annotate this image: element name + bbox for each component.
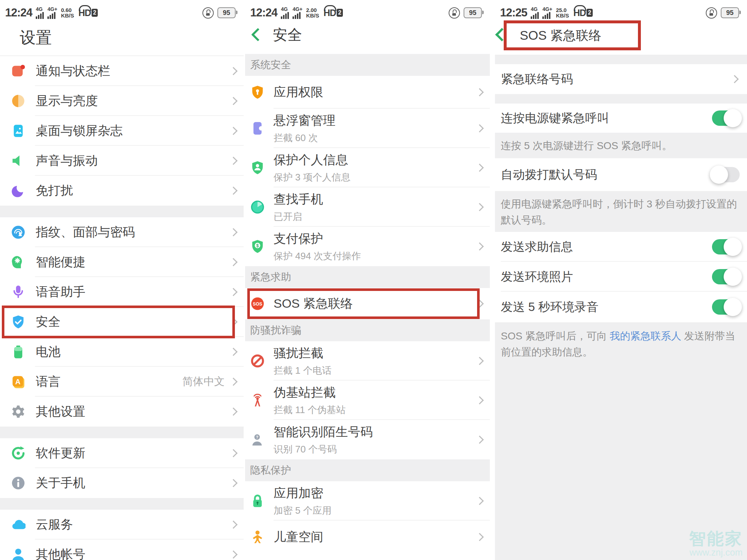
chevron-right-icon: [476, 300, 484, 308]
send-photo-toggle[interactable]: [712, 269, 740, 284]
security-item[interactable]: SOS SOS 紧急联络: [245, 288, 490, 319]
network-speed: 25.0KB/S: [556, 7, 569, 18]
settings-item[interactable]: 智能便捷: [0, 247, 244, 277]
block-icon: [250, 354, 265, 368]
security-item[interactable]: 骚扰拦截 拦截 1 个电话: [245, 341, 490, 381]
settings-item[interactable]: 桌面与锁屏杂志: [0, 116, 244, 146]
applock-icon: [250, 494, 265, 508]
status-time: 12:25: [500, 6, 527, 19]
footer-note: SOS 紧急呼叫后，可向 我的紧急联系人 发送附带当前位置的求助信息。 智能家 …: [495, 322, 747, 560]
settings-item[interactable]: 显示与亮度: [0, 86, 244, 116]
account-icon: [11, 547, 26, 560]
settings-item[interactable]: 语音助手: [0, 277, 244, 307]
security-icon: [11, 315, 26, 329]
svg-text:SOS: SOS: [253, 302, 262, 307]
signal-4gplus-icon: 4G+: [293, 7, 302, 19]
send-help-toggle[interactable]: [712, 239, 740, 254]
chevron-right-icon: [476, 533, 484, 541]
section-items: 应用权限 悬浮窗管理 拦截 60 次: [245, 76, 490, 266]
send-audio-row[interactable]: 发送 5 秒环境录音: [495, 292, 747, 322]
security-item[interactable]: 保护个人信息 保护 3 项个人信息: [245, 148, 490, 187]
helper-text: 连按 5 次电源键进行 SOS 紧急呼叫。: [495, 133, 747, 158]
security-item[interactable]: ? 智能识别陌生号码 识别 70 个号码: [245, 420, 490, 459]
rotation-lock-icon: [202, 7, 214, 19]
security-item[interactable]: 查找手机 已开启: [245, 187, 490, 227]
send-audio-toggle[interactable]: [712, 299, 740, 315]
section-header: 防骚扰诈骗: [245, 319, 490, 341]
update-icon: [11, 446, 26, 460]
settings-item[interactable]: 云服务: [0, 510, 244, 540]
security-item[interactable]: 儿童空间: [245, 521, 490, 553]
emergency-number-row[interactable]: 紧急联络号码: [495, 64, 747, 94]
section-divider: [0, 427, 244, 438]
network-speed: 0.60KB/S: [61, 7, 74, 18]
chevron-right-icon: [229, 521, 238, 529]
signal-4g-icon: 4G: [531, 7, 539, 19]
send-photo-row[interactable]: 发送环境照片: [495, 262, 747, 292]
chevron-right-icon: [229, 288, 238, 296]
chevron-right-icon: [476, 203, 484, 211]
section-divider: [0, 498, 244, 510]
signal-4gplus-icon: 4G+: [542, 7, 552, 19]
auto-dial-row[interactable]: 自动拨打默认号码: [495, 158, 747, 191]
rotation-lock-icon: [449, 7, 460, 19]
chevron-right-icon: [229, 127, 238, 135]
section-items: 骚扰拦截 拦截 1 个电话 伪基站拦截 拦截 11 个伪基站: [245, 341, 490, 459]
security-item[interactable]: 悬浮窗管理 拦截 60 次: [245, 109, 490, 148]
svg-text:A: A: [15, 378, 20, 386]
settings-item[interactable]: 免打扰: [0, 176, 244, 206]
hd-voice-icon: HD2: [324, 8, 343, 18]
dnd-icon: [11, 183, 26, 198]
settings-group: 云服务 其他帐号: [0, 510, 244, 560]
privacy-shield-icon: [250, 160, 265, 175]
settings-item[interactable]: 声音与振动: [0, 146, 244, 176]
power-key-call-row[interactable]: 连按电源键紧急呼叫: [495, 104, 747, 133]
settings-item[interactable]: 电池: [0, 337, 244, 367]
status-bar: 12:24 4G 4G+ 0.60KB/S HD2 95: [0, 4, 244, 21]
settings-item[interactable]: 关于手机: [0, 468, 244, 498]
security-item[interactable]: $ 支付保护 保护 494 次支付操作: [245, 227, 490, 266]
chevron-right-icon: [229, 258, 238, 267]
svg-text:$: $: [256, 243, 259, 248]
sos-icon: SOS: [250, 296, 265, 311]
back-icon[interactable]: [251, 28, 265, 42]
wallpaper-icon: [11, 124, 26, 138]
settings-item[interactable]: A 语言 简体中文: [0, 367, 244, 397]
auto-dial-toggle[interactable]: [712, 167, 740, 182]
item-subtitle: 识别 70 个号码: [274, 443, 477, 456]
status-bar: 12:25 4G 4G+ 25.0KB/S HD2 95: [495, 4, 747, 21]
security-item[interactable]: 伪基站拦截 拦截 11 个伪基站: [245, 381, 490, 420]
settings-item[interactable]: 其他帐号: [0, 540, 244, 560]
settings-item[interactable]: 安全: [0, 307, 244, 337]
watermark: 智能家 www.znj.com: [689, 530, 743, 557]
settings-item[interactable]: 软件更新: [0, 438, 244, 468]
notifications-icon: [11, 64, 26, 78]
send-help-row[interactable]: 发送求助信息: [495, 232, 747, 262]
chevron-right-icon: [476, 124, 484, 133]
settings-item[interactable]: 其他设置: [0, 397, 244, 427]
settings-menu: 通知与状态栏 显示与亮度 桌面与锁屏杂志: [0, 55, 244, 560]
unknown-caller-icon: ?: [250, 432, 265, 447]
page-title-highlight-box: SOS 紧急联络: [504, 20, 641, 50]
svg-text:?: ?: [256, 435, 258, 439]
settings-item[interactable]: 指纹、面部与密码: [0, 217, 244, 247]
power-key-call-toggle[interactable]: [712, 110, 740, 126]
my-emergency-contacts-link[interactable]: 我的紧急联系人: [610, 330, 681, 342]
chevron-right-icon: [229, 67, 238, 75]
chevron-right-icon: [229, 378, 238, 386]
fingerprint-icon: [11, 225, 26, 240]
chevron-right-icon: [229, 318, 238, 326]
battery-indicator: 95: [217, 7, 236, 18]
network-speed: 2.00KB/S: [306, 7, 319, 18]
settings-item[interactable]: 通知与状态栏: [0, 56, 244, 86]
permission-icon: [250, 85, 265, 100]
security-item[interactable]: 应用加密 加密 5 个应用: [245, 481, 490, 521]
signal-4g-icon: 4G: [281, 7, 289, 19]
cloud-icon: [11, 517, 26, 532]
section-header: 紧急求助: [245, 266, 490, 288]
chevron-right-icon: [731, 75, 739, 83]
chevron-right-icon: [476, 242, 484, 251]
security-screen: 12:24 4G 4G+ 2.00KB/S HD2 95 安全 系统安: [245, 0, 490, 560]
security-item[interactable]: 应用权限: [245, 76, 490, 109]
item-subtitle: 拦截 1 个电话: [274, 364, 477, 377]
